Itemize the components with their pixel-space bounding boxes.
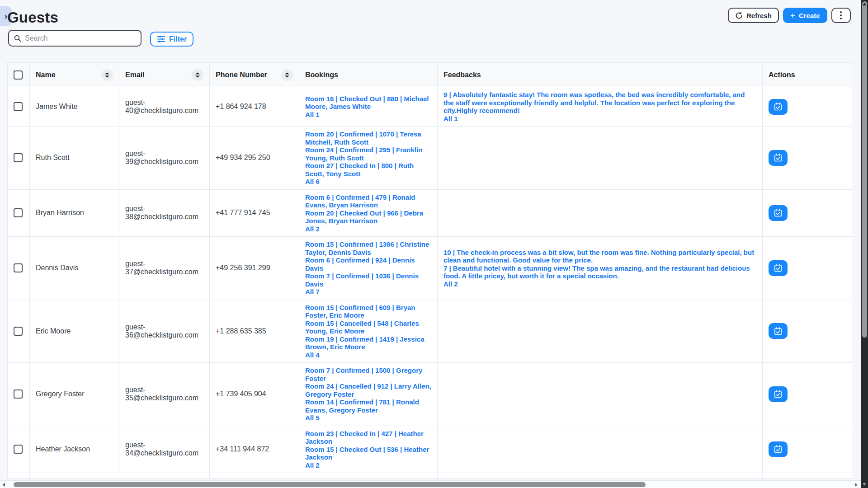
row-checkbox-cell	[8, 363, 30, 426]
vertical-scrollbar-thumb[interactable]	[862, 1, 867, 338]
actions-cell	[763, 127, 853, 190]
search-input[interactable]	[25, 34, 136, 42]
bookings-all-link[interactable]: All 4	[305, 351, 431, 359]
row-checkbox-cell	[8, 189, 30, 237]
booking-link[interactable]: Room 6 | Confirmed | 924 | Dennis Davis	[305, 256, 431, 272]
guest-name: James White	[36, 103, 77, 110]
booking-link[interactable]: Room 15 | Confirmed | 1386 | Christine T…	[305, 240, 431, 256]
booking-link[interactable]: Room 19 | Confirmed | 1419 | Jessica Bro…	[305, 335, 431, 351]
horizontal-scrollbar-thumb[interactable]	[14, 482, 646, 487]
bookings-all-link[interactable]: All 1	[305, 111, 431, 119]
guest-phone: +1 288 635 385	[216, 327, 266, 335]
bookings-all-link[interactable]: All 7	[305, 288, 431, 296]
phone-cell: +1 864 924 178	[210, 87, 299, 127]
booking-link[interactable]: Room 23 | Checked In | 427 | Heather Jac…	[305, 430, 431, 446]
row-checkbox[interactable]	[14, 389, 23, 399]
email-cell: guest-36@checklistguro.com	[119, 300, 210, 363]
guest-email: guest-37@checklistguro.com	[125, 260, 198, 276]
row-checkbox[interactable]	[14, 445, 23, 454]
sort-name-button[interactable]	[101, 69, 113, 81]
bookings-cell: Room 6 | Confirmed | 479 | Ronald Evans,…	[299, 189, 438, 237]
scroll-left-arrow-icon[interactable]	[2, 483, 5, 487]
bookings-all-link[interactable]: All 6	[305, 178, 431, 186]
guest-name: Dennis Davis	[36, 264, 78, 272]
guest-name: Heather Jackson	[36, 445, 90, 453]
actions-cell	[763, 300, 853, 363]
booking-link[interactable]: Room 20 | Confirmed | 1070 | Teresa Mitc…	[305, 130, 431, 146]
row-action-button[interactable]	[769, 386, 788, 402]
select-all-checkbox[interactable]	[14, 70, 23, 80]
row-checkbox[interactable]	[14, 208, 23, 217]
booking-link[interactable]: Room 7 | Confirmed | 1036 | Dennis Davis	[305, 272, 431, 288]
booking-link[interactable]: Room 6 | Confirmed | 479 | Ronald Evans,…	[305, 193, 431, 209]
row-action-button[interactable]	[769, 441, 788, 457]
table-row: Ruth Scott guest-39@checklistguro.com +4…	[8, 127, 853, 190]
bookings-cell: Room 15 | Confirmed | 609 | Bryan Foster…	[299, 300, 438, 363]
sort-email-button[interactable]	[192, 69, 203, 81]
phone-cell: +34 111 944 872	[210, 426, 299, 473]
row-checkbox[interactable]	[14, 102, 23, 111]
row-checkbox[interactable]	[14, 153, 23, 162]
booking-link[interactable]: Room 15 | Checked Out | 536 | Heather Ja…	[305, 446, 431, 461]
refresh-button[interactable]: Refresh	[728, 8, 779, 23]
scroll-right-arrow-icon[interactable]	[855, 483, 858, 487]
name-cell: James White	[30, 87, 119, 127]
bookings-all-link[interactable]: All 5	[305, 414, 431, 422]
filter-label: Filter	[169, 35, 187, 43]
email-cell: guest-35@checklistguro.com	[119, 363, 210, 426]
feedbacks-all-link[interactable]: All 1	[443, 115, 756, 123]
email-cell: guest-40@checklistguro.com	[119, 87, 210, 127]
calendar-check-icon	[774, 389, 783, 399]
row-action-button[interactable]	[769, 99, 788, 115]
feedbacks-cell: 9 | Absolutely fantastic stay! The room …	[438, 87, 763, 127]
row-action-button[interactable]	[769, 205, 788, 221]
column-label-name: Name	[36, 71, 56, 79]
bookings-cell: Room 20 | Confirmed | 1070 | Teresa Mitc…	[299, 127, 438, 190]
column-header-actions: Actions	[763, 63, 853, 87]
column-label-email: Email	[125, 71, 145, 79]
booking-link[interactable]: Room 7 | Confirmed | 1500 | Gregory Fost…	[305, 366, 431, 382]
guest-phone: +41 777 914 745	[216, 209, 270, 216]
email-cell: guest-37@checklistguro.com	[119, 237, 210, 300]
bookings-all-link[interactable]: All 2	[305, 225, 431, 233]
row-action-button[interactable]	[769, 260, 788, 276]
row-checkbox[interactable]	[14, 263, 23, 272]
booking-link[interactable]: Room 16 | Checked Out | 880 | Michael Mo…	[305, 95, 431, 111]
scroll-up-arrow-icon[interactable]	[863, 3, 866, 5]
plus-icon: +	[790, 11, 795, 20]
phone-cell: +1 288 635 385	[210, 300, 299, 363]
feedback-link[interactable]: 9 | Absolutely fantastic stay! The room …	[443, 91, 756, 115]
guest-phone: +1 864 924 178	[216, 103, 266, 110]
more-options-button[interactable]	[831, 8, 851, 23]
actions-cell	[763, 426, 853, 473]
booking-link[interactable]: Room 20 | Checked Out | 966 | Debra Jone…	[305, 209, 431, 225]
calendar-check-icon	[774, 327, 783, 336]
create-button[interactable]: + Create	[783, 8, 827, 23]
guest-phone: +34 111 944 872	[216, 445, 269, 453]
booking-link[interactable]: Room 14 | Confirmed | 781 | Ronald Evans…	[305, 398, 431, 414]
column-header-email: Email	[119, 63, 210, 87]
booking-link[interactable]: Room 27 | Checked In | 800 | Ruth Scott,…	[305, 162, 431, 178]
vertical-scrollbar[interactable]	[861, 0, 868, 488]
table-row: Gregory Foster guest-35@checklistguro.co…	[8, 363, 853, 426]
row-action-button[interactable]	[769, 323, 788, 339]
row-action-button[interactable]	[769, 150, 788, 166]
filter-button[interactable]: Filter	[150, 32, 193, 47]
header-actions: Refresh + Create	[728, 8, 851, 23]
scroll-down-arrow-icon[interactable]	[863, 483, 866, 486]
feedback-link[interactable]: 10 | The check-in process was a bit slow…	[443, 249, 756, 264]
sort-phone-button[interactable]	[281, 69, 293, 81]
email-cell: guest-34@checklistguro.com	[119, 426, 210, 473]
booking-link[interactable]: Room 15 | Confirmed | 609 | Bryan Foster…	[305, 304, 431, 319]
search-icon	[14, 34, 22, 42]
row-checkbox[interactable]	[14, 327, 23, 336]
booking-link[interactable]: Room 24 | Cancelled | 912 | Larry Allen,…	[305, 382, 431, 398]
feedbacks-cell	[438, 300, 763, 363]
column-header-phone: Phone Number	[210, 63, 299, 87]
feedback-link[interactable]: 7 | Beautiful hotel with a stunning view…	[443, 264, 756, 280]
feedbacks-all-link[interactable]: All 2	[443, 280, 756, 288]
booking-link[interactable]: Room 15 | Cancelled | 548 | Charles Youn…	[305, 319, 431, 335]
bookings-all-link[interactable]: All 2	[305, 461, 431, 469]
booking-link[interactable]: Room 24 | Confirmed | 295 | Franklin You…	[305, 146, 431, 162]
horizontal-scrollbar[interactable]	[0, 480, 861, 488]
